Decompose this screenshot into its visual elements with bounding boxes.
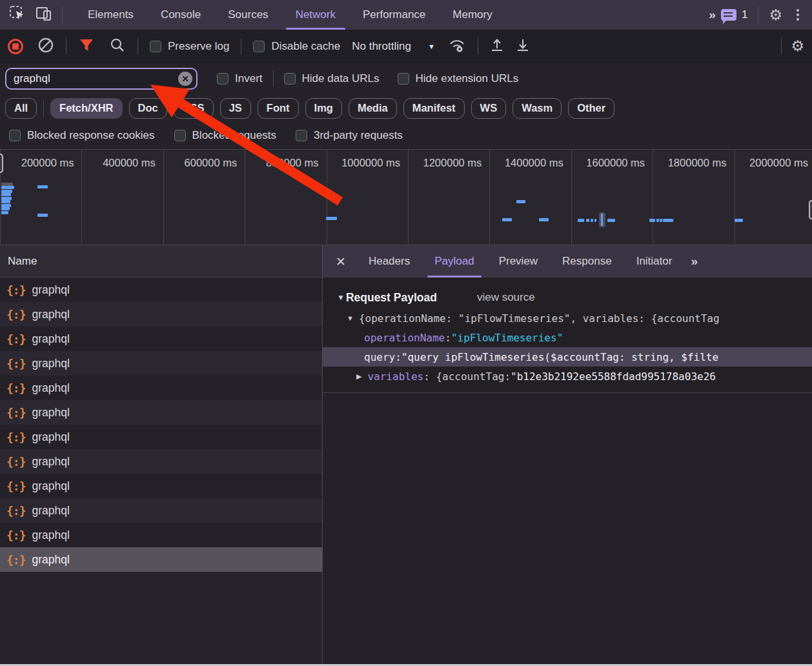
request-row-graphql[interactable]: {:}graphql — [0, 449, 322, 474]
tab-network[interactable]: Network — [282, 0, 349, 30]
payload-variables-line[interactable]: ▶ variables: {accountTag: "b12e3b2192ee5… — [323, 367, 812, 386]
collapse-triangle-icon[interactable]: ▼ — [337, 293, 345, 302]
more-tabs-chevron-icon[interactable]: » — [702, 8, 721, 22]
request-name: graphql — [32, 529, 70, 542]
throttling-select[interactable]: No throttling ▼ — [349, 40, 438, 53]
preserve-log-label: Preserve log — [168, 40, 229, 53]
search-icon[interactable] — [109, 37, 126, 56]
fetch-xhr-icon: {:} — [6, 308, 26, 321]
issues-bubble-icon — [721, 9, 736, 21]
timeline-selected-marker — [599, 212, 605, 227]
chip-wasm[interactable]: Wasm — [513, 98, 562, 119]
settings-gear-icon[interactable]: ⚙ — [769, 8, 782, 23]
request-name: graphql — [32, 504, 70, 518]
request-name: graphql — [32, 308, 70, 321]
tab-console[interactable]: Console — [147, 0, 214, 30]
request-row-graphql[interactable]: {:}graphql — [0, 474, 322, 498]
timeline-request-bar — [516, 200, 525, 203]
menu-dots-icon[interactable] — [793, 8, 803, 22]
checkbox-3rd-party-requests[interactable]: 3rd-party requests — [296, 129, 403, 142]
payload-query-line[interactable]: query: "query ipFlowTimeseries($accountT… — [323, 347, 812, 367]
checkbox-box — [9, 130, 21, 141]
payload-root-line[interactable]: ▼ {operationName: "ipFlowTimeseries", va… — [323, 308, 812, 328]
checkbox-blocked-response-cookies[interactable]: Blocked response cookies — [9, 129, 155, 142]
request-row-graphql[interactable]: {:}graphql — [0, 327, 322, 351]
inspect-element-icon[interactable] — [9, 5, 26, 25]
request-rows: {:}graphql{:}graphql{:}graphql{:}graphql… — [0, 278, 322, 572]
name-column-header[interactable]: Name — [0, 245, 322, 278]
chip-other[interactable]: Other — [568, 98, 614, 119]
overview-right-handle[interactable] — [809, 200, 812, 219]
fetch-xhr-icon: {:} — [6, 283, 26, 297]
hide-data-urls-checkbox[interactable]: Hide data URLs — [284, 72, 380, 85]
chip-doc[interactable]: Doc — [129, 98, 167, 119]
detail-tab-headers[interactable]: Headers — [356, 245, 422, 278]
timeline-request-bar — [591, 219, 593, 222]
hide-extension-urls-checkbox[interactable]: Hide extension URLs — [398, 72, 519, 85]
import-har-icon[interactable] — [489, 37, 505, 56]
chip-css[interactable]: CSS — [174, 98, 214, 119]
timeline-request-bar — [37, 214, 48, 217]
filter-input[interactable]: graphql ✕ — [5, 68, 198, 90]
detail-tab-payload[interactable]: Payload — [422, 245, 486, 278]
chip-manifest[interactable]: Manifest — [403, 98, 465, 119]
clear-button[interactable] — [37, 37, 54, 56]
detail-tab-preview[interactable]: Preview — [487, 245, 550, 278]
request-row-graphql[interactable]: {:}graphql — [0, 523, 322, 547]
checkbox-blocked-requests[interactable]: Blocked requests — [174, 129, 276, 142]
dropdown-caret-icon: ▼ — [428, 43, 435, 50]
export-har-icon[interactable] — [514, 37, 531, 56]
request-row-graphql[interactable]: {:}graphql — [0, 376, 322, 400]
view-source-link[interactable]: view source — [477, 291, 535, 304]
filter-funnel-icon[interactable] — [78, 37, 95, 56]
chip-ws[interactable]: WS — [471, 98, 507, 119]
chip-img[interactable]: Img — [305, 98, 342, 119]
timeline-request-bar — [594, 219, 596, 222]
network-settings-gear-icon[interactable]: ⚙ — [791, 39, 804, 54]
expand-triangle-icon[interactable]: ▶ — [356, 372, 361, 381]
checkbox-label: Blocked response cookies — [27, 129, 155, 142]
detail-tabs: HeadersPayloadPreviewResponseInitiator — [356, 245, 684, 278]
chip-fetch-xhr[interactable]: Fetch/XHR — [50, 98, 122, 119]
timeline-request-bar — [656, 219, 659, 222]
payload-operationname-line[interactable]: operationName: "ipFlowTimeseries" — [323, 328, 812, 347]
timeline-tick-label: 400000 ms — [82, 150, 163, 245]
tab-sources[interactable]: Sources — [214, 0, 281, 30]
close-detail-icon[interactable]: ✕ — [323, 254, 356, 269]
detail-tab-initiator[interactable]: Initiator — [624, 245, 685, 278]
request-name: graphql — [32, 553, 70, 567]
clear-filter-icon[interactable]: ✕ — [178, 72, 192, 86]
detail-tab-response[interactable]: Response — [550, 245, 624, 278]
tab-performance[interactable]: Performance — [349, 0, 439, 30]
chip-all[interactable]: All — [5, 98, 37, 119]
request-row-graphql[interactable]: {:}graphql — [0, 547, 322, 572]
request-row-graphql[interactable]: {:}graphql — [0, 400, 322, 425]
request-row-graphql[interactable]: {:}graphql — [0, 302, 322, 327]
preserve-log-checkbox[interactable]: Preserve log — [150, 40, 229, 53]
network-conditions-icon[interactable] — [447, 37, 467, 56]
chip-media[interactable]: Media — [349, 98, 397, 119]
disable-cache-checkbox[interactable]: Disable cache — [253, 40, 340, 53]
tab-memory[interactable]: Memory — [439, 0, 505, 30]
device-toolbar-icon[interactable] — [35, 6, 53, 24]
request-name: graphql — [32, 455, 70, 469]
tab-elements[interactable]: Elements — [74, 0, 147, 30]
issues-badge[interactable]: 1 — [721, 8, 747, 21]
fetch-xhr-icon: {:} — [6, 430, 26, 444]
request-row-graphql[interactable]: {:}graphql — [0, 278, 322, 302]
record-button[interactable] — [8, 39, 23, 54]
hide-extension-urls-label: Hide extension URLs — [416, 72, 519, 85]
request-row-graphql[interactable]: {:}graphql — [0, 351, 322, 376]
fetch-xhr-icon: {:} — [6, 504, 26, 518]
timeline-request-bar — [663, 219, 673, 222]
chip-js[interactable]: JS — [220, 98, 251, 119]
timeline-request-bar — [1, 193, 11, 196]
request-row-graphql[interactable]: {:}graphql — [0, 498, 322, 523]
invert-checkbox[interactable]: Invert — [217, 72, 263, 85]
chip-font[interactable]: Font — [258, 98, 299, 119]
network-overview-timeline[interactable]: 200000 ms400000 ms600000 ms800000 ms1000… — [0, 150, 812, 245]
overview-left-handle[interactable] — [0, 154, 3, 173]
detail-more-tabs-chevron-icon[interactable]: » — [684, 254, 703, 268]
expand-triangle-icon[interactable]: ▼ — [347, 314, 354, 322]
request-row-graphql[interactable]: {:}graphql — [0, 425, 322, 449]
